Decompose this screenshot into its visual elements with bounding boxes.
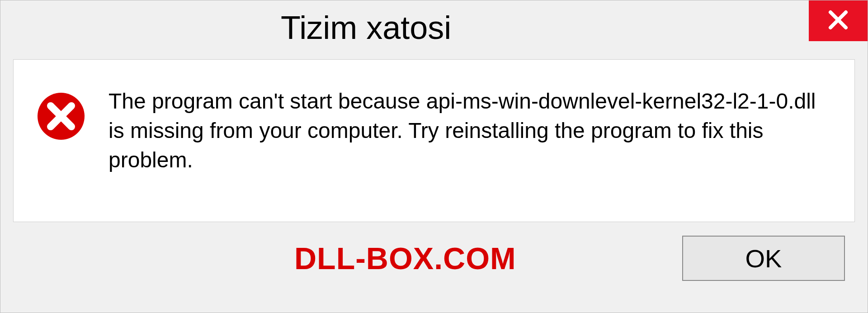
content-panel: The program can't start because api-ms-w…	[13, 59, 855, 222]
titlebar: Tizim xatosi	[0, 0, 868, 55]
error-icon	[36, 91, 86, 141]
ok-button-label: OK	[745, 244, 782, 273]
watermark-text: DLL-BOX.COM	[294, 241, 516, 276]
error-message: The program can't start because api-ms-w…	[108, 87, 832, 175]
close-icon	[827, 9, 849, 33]
footer: DLL-BOX.COM OK	[0, 222, 868, 281]
dialog-title: Tizim xatosi	[281, 9, 451, 46]
close-button[interactable]	[809, 0, 868, 41]
ok-button[interactable]: OK	[682, 236, 845, 281]
